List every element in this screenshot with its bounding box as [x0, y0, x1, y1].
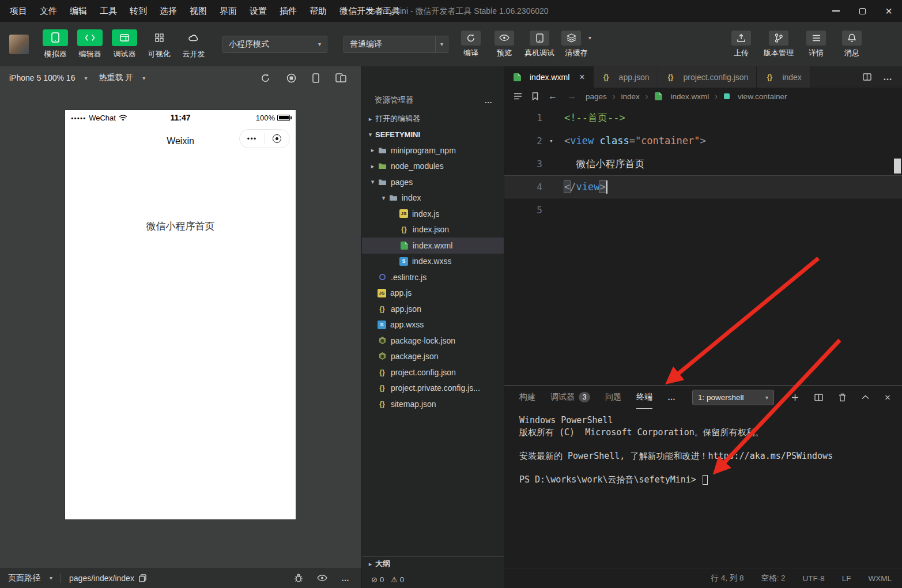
page-path-dropdown[interactable]: 页面路径 ▾	[8, 573, 52, 583]
terminal-tab-problems[interactable]: 问题	[605, 386, 621, 409]
close-button[interactable]: ×	[875, 0, 902, 22]
capsule-home-button[interactable]	[265, 130, 290, 148]
toolbar-button-code[interactable]: 编辑器	[73, 29, 107, 59]
tree-item-project.private.config.js...[interactable]: {}project.private.config.js...	[362, 380, 504, 397]
kill-terminal-button[interactable]	[839, 393, 846, 402]
terminal-tab-debugger[interactable]: 调试器3	[550, 386, 590, 409]
editor-tab-index.wxml[interactable]: index.wxml×	[504, 66, 594, 88]
shell-select[interactable]: 1: powershell ▾	[692, 390, 774, 405]
toolbar-button-branch[interactable]: 版本管理	[764, 31, 794, 58]
maximize-button[interactable]	[849, 0, 875, 22]
menu-item-8[interactable]: 设置	[243, 0, 273, 22]
status-item-2[interactable]: UTF-8	[802, 574, 824, 583]
toolbar-button-detail[interactable]: 详情	[803, 31, 829, 58]
breadcrumb-item-pages[interactable]: pages	[586, 92, 607, 101]
editor-tab-project.config.json[interactable]: {}project.config.json	[658, 66, 757, 88]
toolbar-button-phone[interactable]: 模拟器	[38, 29, 73, 59]
project-root-section[interactable]: ▾ SEFETYMINI	[362, 126, 504, 142]
terminal-tab-build[interactable]: 构建	[519, 386, 535, 409]
device-select[interactable]: iPhone 5 100% 16 ▾	[9, 73, 87, 82]
scrollbar-thumb[interactable]	[894, 159, 901, 174]
capsule-menu-button[interactable]: •••	[240, 130, 265, 148]
single-device-button[interactable]	[312, 73, 319, 83]
refresh-button[interactable]	[261, 73, 270, 83]
toolbar-button-bell[interactable]: 消息	[839, 31, 865, 58]
tree-item-index.json[interactable]: {}index.json	[362, 222, 504, 238]
navigate-forward-button[interactable]: →	[567, 92, 576, 101]
fold-chevron-icon[interactable]: ▾	[549, 137, 564, 145]
menu-item-10[interactable]: 帮助	[303, 0, 333, 22]
tree-item-app.wxss[interactable]: Sapp.wxss	[362, 317, 504, 333]
status-item-0[interactable]: 行 4, 列 8	[711, 573, 744, 583]
tree-item-app.json[interactable]: {}app.json	[362, 301, 504, 317]
tree-item-index[interactable]: ▾index	[362, 190, 504, 206]
more-icon[interactable]: …	[667, 393, 676, 402]
terminal-output[interactable]: Windows PowerShell版权所有 (C) Microsoft Cor…	[504, 409, 902, 568]
bookmark-button[interactable]	[532, 92, 538, 100]
breadcrumb-item-index.wxml[interactable]: index.wxml	[654, 92, 709, 101]
tree-item-miniprogram_npm[interactable]: ▸miniprogram_npm	[362, 142, 504, 159]
toolbar-button-refresh[interactable]: 编译	[458, 31, 484, 58]
toolbar-button-grid[interactable]: 可视化	[142, 29, 176, 59]
tree-item-index.js[interactable]: JSindex.js	[362, 206, 504, 222]
tree-item-sitemap.json[interactable]: {}sitemap.json	[362, 396, 504, 412]
editor-tab-app.json[interactable]: {}app.json	[594, 66, 658, 88]
tree-item-project.config.json[interactable]: {}project.config.json	[362, 364, 504, 380]
tree-item-node_modules[interactable]: ▸node_modules	[362, 159, 504, 175]
terminal-tab-terminal[interactable]: 终端	[636, 386, 652, 409]
tree-item-.eslintrc.js[interactable]: .eslintrc.js	[362, 269, 504, 285]
close-panel-button[interactable]: ×	[885, 393, 890, 402]
status-item-4[interactable]: WXML	[869, 574, 892, 583]
mode-select[interactable]: 小程序模式 ▾	[222, 36, 327, 53]
stop-button[interactable]	[286, 73, 296, 83]
tree-item-package-lock.json[interactable]: package-lock.json	[362, 333, 504, 349]
menu-item-7[interactable]: 界面	[213, 0, 243, 22]
vconsole-button[interactable]	[294, 574, 303, 582]
more-icon[interactable]: …	[485, 96, 493, 105]
menu-item-9[interactable]: 插件	[273, 0, 303, 22]
minimize-button[interactable]	[822, 0, 849, 22]
status-item-1[interactable]: 空格: 2	[761, 573, 785, 583]
toolbar-button-upload[interactable]: 上传	[728, 31, 754, 58]
menu-item-3[interactable]: 工具	[93, 0, 123, 22]
close-icon[interactable]: ×	[579, 73, 584, 82]
copy-path-button[interactable]	[139, 574, 146, 582]
open-editors-section[interactable]: ▸ 打开的编辑器	[362, 111, 504, 126]
tree-item-app.js[interactable]: JSapp.js	[362, 285, 504, 301]
compile-mode-select[interactable]: 普通编译 ▾	[344, 36, 448, 53]
problems-indicator[interactable]: ⊘ 0 ⚠ 0	[362, 571, 504, 588]
breadcrumb-item-index[interactable]: index	[621, 92, 639, 101]
menu-item-6[interactable]: 视图	[183, 0, 213, 22]
navigate-back-button[interactable]: ←	[548, 92, 557, 101]
status-item-3[interactable]: LF	[842, 574, 851, 583]
toolbar-button-eye[interactable]: 预览	[491, 31, 518, 58]
split-terminal-button[interactable]	[814, 394, 823, 401]
editor-tab-index[interactable]: {}index	[757, 66, 810, 88]
more-icon[interactable]: …	[341, 574, 350, 583]
more-icon[interactable]: …	[883, 72, 893, 82]
menu-item-1[interactable]: 文件	[33, 0, 63, 22]
toolbar-button-layers[interactable]: ▾清缓存	[561, 31, 591, 58]
split-editor-button[interactable]	[863, 73, 871, 81]
menu-item-2[interactable]: 编辑	[63, 0, 93, 22]
avatar[interactable]	[9, 35, 29, 54]
tree-item-package.json[interactable]: package.json	[362, 349, 504, 365]
toolbar-button-phone-debug[interactable]: 真机调试	[524, 31, 554, 58]
tree-item-index.wxss[interactable]: Sindex.wxss	[362, 254, 504, 270]
breadcrumb-item-view.container[interactable]: view.container	[723, 92, 787, 101]
preview-mode-button[interactable]	[317, 575, 327, 581]
hot-reload-toggle[interactable]: 热重载 开 ▾	[99, 73, 145, 83]
menu-item-5[interactable]: 选择	[153, 0, 183, 22]
tree-item-index.wxml[interactable]: index.wxml	[362, 238, 504, 254]
menu-item-0[interactable]: 项目	[3, 0, 33, 22]
toolbar-button-panel[interactable]: 调试器	[107, 29, 142, 59]
new-terminal-button[interactable]	[791, 394, 799, 401]
outline-list-button[interactable]	[514, 93, 522, 100]
code-editor[interactable]: 1<!--首页-->2▾<view class="container">3 微信…	[504, 105, 902, 385]
outline-section[interactable]: ▸ 大纲	[362, 556, 504, 571]
menu-item-4[interactable]: 转到	[123, 0, 153, 22]
maximize-panel-button[interactable]	[862, 395, 869, 399]
toolbar-button-cloud[interactable]: 云开发	[176, 29, 211, 59]
multi-device-button[interactable]	[335, 73, 346, 82]
tree-item-pages[interactable]: ▾pages	[362, 174, 504, 190]
